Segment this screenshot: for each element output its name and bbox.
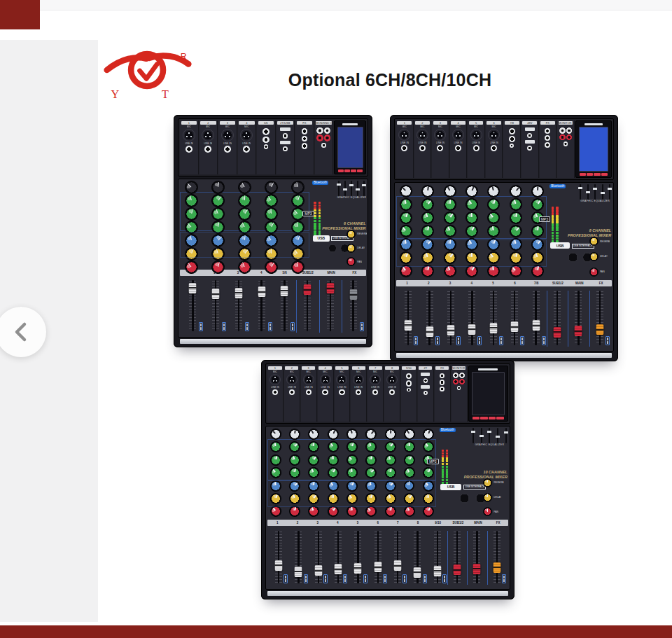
b [437,341,438,344]
eq-track [472,428,474,443]
jack-tag: MIC [290,370,294,373]
fader [204,278,227,335]
ljack [473,145,479,151]
master-knobs: REVERBDELAYPAN [346,230,367,266]
led [314,225,316,227]
ljack [302,128,308,134]
lcell: FX [488,521,508,525]
eq-cap [337,183,341,186]
knob [288,505,301,518]
knob [308,480,320,492]
jack-tag: MIC [420,125,424,128]
fader [181,278,204,335]
jack-col: 1MICLINE IN [396,120,414,178]
labelstrip: 1234567/8SUB1/2MAINFX [396,280,612,286]
jack-tag: LINE IN [400,141,409,144]
knob [269,453,283,467]
b [292,324,293,326]
knob [485,249,503,267]
rightzone: BluetoothGRAPHIC EQUALIZERMP38 CHANNELPR… [549,183,613,279]
track [493,291,495,345]
knob [486,183,501,198]
cap [489,323,497,333]
mainpanel: BluetoothGRAPHIC EQUALIZERMP38 CHANNELPR… [394,182,614,352]
knob [268,504,284,519]
ljack [321,143,326,148]
led [318,202,321,204]
knob [288,492,302,506]
jack-col: 4MICLINE IN [318,366,334,422]
b [522,338,523,340]
knob [486,224,500,238]
kcol [304,427,323,520]
bt-badge: Bluetooth [550,184,566,188]
jack-tag: LINE IN [472,141,480,144]
knob [211,180,225,195]
panel-top: BluetoothGRAPHIC EQUALIZERMP38 CHANNELPR… [395,183,613,279]
b [424,576,426,578]
jack-tag: MIC [474,125,478,128]
knob [328,493,339,504]
led [442,469,444,471]
led [552,237,554,240]
ljack [424,378,428,383]
knob [397,263,414,280]
ljack [356,389,361,395]
jack-col: 2MICLINE IN [414,120,432,178]
knob [486,264,500,278]
ljack [272,389,278,395]
knob [346,244,356,253]
kcol [205,179,232,269]
jack-col: 5MICLINE IN [335,366,351,422]
eq-caption: GRAPHIC EQUALIZER [471,443,508,446]
labelstrip: 123456789/10SUB1/2MAINFX [267,520,508,526]
ljack [406,380,412,386]
rca [566,127,573,134]
knob [364,492,377,505]
cap [468,324,476,335]
cap [295,567,302,577]
eq-track [344,181,346,196]
btns [222,322,226,331]
ljack [440,373,444,378]
lcell: 1 [396,282,418,285]
lcell: 6 [504,282,526,285]
kcol [416,183,438,279]
rca [324,134,330,141]
track [377,531,379,583]
cap [281,286,288,296]
bevel [267,591,508,596]
ljack [372,389,378,395]
bigknob [459,493,470,504]
mp3-badge: MP3 [302,211,314,216]
btns [360,322,364,331]
cap [212,289,220,299]
cap [314,565,322,576]
mrow: DELAY [346,244,367,253]
kcol [285,427,304,520]
led [556,218,558,220]
jack-col: FX [540,120,557,178]
led [446,471,448,473]
led [556,215,558,217]
cap [394,560,402,571]
knob [269,492,283,506]
knob [421,504,435,519]
jack-col: 2MICLINE IN [284,366,300,422]
jack-tag: LINE IN [418,141,426,144]
jack-num: 2 [415,121,430,125]
cap [532,320,540,331]
xlr [353,374,364,385]
knob [384,466,396,478]
btns [606,336,610,345]
led [318,217,321,219]
eq-cap [496,436,500,438]
eq-tracks [578,184,612,200]
jack-num: 1 [268,366,281,370]
eq-cap [362,184,366,186]
knob [398,197,413,211]
jack-num: MONITOR OUT [452,366,465,370]
jack-col: 5/6 [257,120,276,174]
track [352,280,354,331]
led [552,232,554,234]
